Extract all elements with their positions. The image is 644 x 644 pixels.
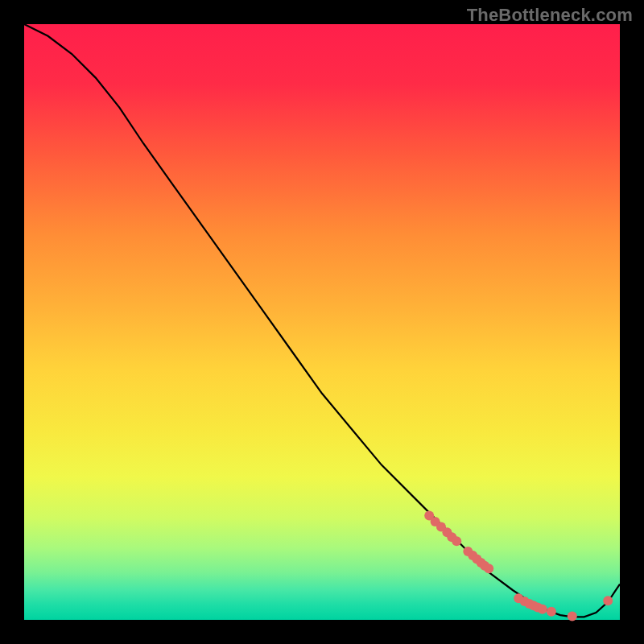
highlight-point [547, 607, 556, 617]
watermark-text: TheBottleneck.com [467, 5, 633, 26]
highlight-point [538, 605, 547, 614]
highlight-point [484, 564, 493, 573]
highlight-point [452, 536, 461, 546]
bottleneck-curve [24, 24, 620, 617]
highlight-point [603, 596, 613, 605]
plot-area [24, 24, 620, 620]
marker-group [424, 511, 613, 621]
highlight-point [568, 612, 577, 621]
chart-root: TheBottleneck.com [0, 0, 644, 644]
curve-layer [24, 24, 620, 620]
